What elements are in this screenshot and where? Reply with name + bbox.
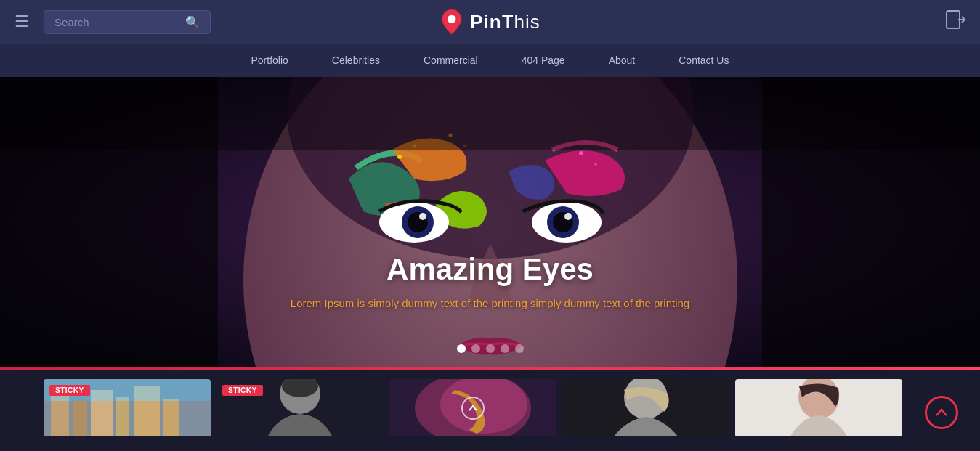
- sticky-badge-2: STICKY: [222, 385, 263, 396]
- logo-text: PinThis: [470, 11, 540, 33]
- cards-strip: STICKY STICKY: [0, 370, 980, 436]
- slider-dot-1[interactable]: [457, 344, 466, 353]
- svg-point-15: [564, 213, 572, 220]
- search-box: 🔍: [44, 10, 211, 34]
- card-image-woman-white: [735, 379, 902, 436]
- chevron-up-icon: [468, 403, 478, 413]
- search-input[interactable]: [54, 16, 185, 28]
- svg-point-11: [419, 213, 426, 220]
- main-nav: Portfolio Celebrities Commercial 404 Pag…: [0, 44, 980, 77]
- hero-image: [0, 77, 980, 367]
- search-icon[interactable]: 🔍: [185, 15, 200, 29]
- chevron-up-icon: [934, 405, 949, 420]
- svg-rect-1: [947, 11, 960, 28]
- nav-item-about[interactable]: About: [587, 44, 657, 77]
- slider-dot-3[interactable]: [486, 344, 495, 353]
- hero-overlay: Amazing Eyes Lorem Ipsum is simply dummy…: [0, 252, 980, 309]
- card-thumb-3[interactable]: [389, 379, 556, 436]
- slider-dots: [0, 344, 980, 353]
- nav-item-celebrities[interactable]: Celebrities: [310, 44, 402, 77]
- hamburger-menu-icon[interactable]: ☰: [15, 12, 29, 31]
- header: ☰ 🔍 PinThis: [0, 0, 980, 44]
- card-thumb-5[interactable]: [735, 379, 902, 436]
- svg-rect-26: [73, 401, 87, 436]
- nav-item-commercial[interactable]: Commercial: [402, 44, 500, 77]
- login-icon[interactable]: [945, 9, 965, 34]
- card-thumb-4[interactable]: [562, 379, 729, 436]
- nav-item-contact[interactable]: Contact Us: [657, 44, 750, 77]
- hero-title: Amazing Eyes: [0, 252, 980, 287]
- svg-point-21: [594, 163, 597, 166]
- header-left: ☰ 🔍: [15, 10, 211, 34]
- slider-dot-5[interactable]: [515, 344, 524, 353]
- svg-point-0: [448, 15, 455, 23]
- slider-dot-2[interactable]: [471, 344, 480, 353]
- card-image-woman-side: [562, 379, 729, 436]
- slider-dot-4[interactable]: [501, 344, 509, 353]
- card-overlay-btn-3[interactable]: [461, 397, 485, 420]
- svg-point-16: [397, 155, 402, 159]
- hero-subtitle: Lorem Ipsum is simply dummy text of the …: [0, 297, 980, 309]
- svg-rect-28: [116, 397, 129, 436]
- hero-slider: Amazing Eyes Lorem Ipsum is simply dummy…: [0, 77, 980, 367]
- nav-item-404[interactable]: 404 Page: [500, 44, 587, 77]
- logo-pin-icon: [440, 8, 463, 36]
- nav-item-portfolio[interactable]: Portfolio: [230, 44, 310, 77]
- login-svg-icon: [945, 9, 965, 30]
- sticky-badge-1: STICKY: [49, 385, 90, 396]
- card-thumb-2[interactable]: STICKY: [216, 379, 384, 436]
- scroll-to-top-button[interactable]: [925, 396, 958, 429]
- card-thumb-1[interactable]: STICKY: [44, 379, 211, 436]
- svg-rect-30: [163, 399, 179, 436]
- svg-point-20: [579, 151, 583, 155]
- svg-rect-22: [0, 77, 980, 150]
- logo[interactable]: PinThis: [440, 8, 540, 36]
